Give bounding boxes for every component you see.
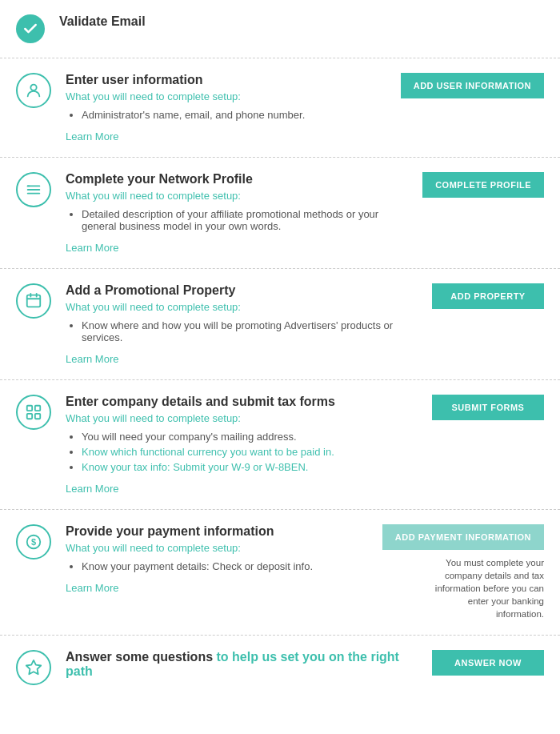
add-payment-information-button[interactable]: ADD PAYMENT INFORMATION	[382, 524, 544, 550]
tax-forms-icon-circle	[16, 395, 51, 430]
tax-forms-section: Enter company details and submit tax for…	[0, 380, 560, 510]
payment-disabled-note: You must complete your company details a…	[424, 556, 544, 620]
network-profile-subtitle: What you will need to complete setup:	[66, 190, 412, 202]
answer-questions-title: Answer some questions to help us set you…	[66, 650, 412, 679]
svg-rect-12	[35, 414, 40, 419]
user-information-action: ADD USER INFORMATION	[401, 73, 544, 98]
svg-rect-5	[27, 295, 41, 307]
user-information-subtitle: What you will need to complete setup:	[66, 90, 393, 102]
user-information-content: Enter user information What you will nee…	[66, 73, 393, 142]
svg-text:$: $	[31, 537, 36, 547]
complete-profile-button[interactable]: COMPLETE PROFILE	[422, 172, 544, 198]
network-profile-action: COMPLETE PROFILE	[420, 172, 544, 198]
answer-questions-action: ANSWER NOW	[420, 650, 544, 676]
network-profile-bullet-0: Detailed description of your affiliate p…	[82, 208, 412, 232]
svg-marker-15	[26, 660, 41, 674]
payment-information-subtitle: What you will need to complete setup:	[66, 542, 374, 554]
tax-forms-learn-more[interactable]: Learn More	[66, 483, 118, 495]
promotional-property-bullets: Know where and how you will be promoting…	[66, 319, 412, 343]
promotional-property-section: Add a Promotional Property What you will…	[0, 269, 560, 380]
validate-email-title: Validate Email	[59, 14, 146, 29]
network-profile-title: Complete your Network Profile	[66, 172, 412, 187]
tax-forms-bullet-1-link[interactable]: Know which functional currency you want …	[82, 446, 334, 458]
tax-forms-action: SUBMIT FORMS	[420, 395, 544, 420]
network-profile-learn-more[interactable]: Learn More	[66, 242, 118, 254]
payment-information-content: Provide your payment information What yo…	[66, 524, 374, 594]
promotional-property-icon-circle	[16, 283, 51, 319]
network-profile-content: Complete your Network Profile What you w…	[66, 172, 412, 254]
tax-forms-bullet-2-link[interactable]: Know your tax info: Submit your W-9 or W…	[82, 461, 308, 473]
add-property-button[interactable]: ADD PROPERTY	[432, 283, 544, 309]
promotional-property-bullet-0: Know where and how you will be promoting…	[82, 319, 412, 343]
tax-forms-title: Enter company details and submit tax for…	[66, 395, 412, 409]
answer-questions-link[interactable]: to help us set you on the right path	[66, 650, 399, 678]
answer-questions-content: Answer some questions to help us set you…	[66, 650, 412, 682]
answer-questions-icon-circle	[16, 650, 51, 685]
svg-rect-9	[27, 406, 32, 411]
checkmark-icon	[16, 14, 45, 43]
user-information-bullet-0: Administrator's name, email, and phone n…	[82, 109, 393, 121]
user-information-bullets: Administrator's name, email, and phone n…	[66, 109, 393, 121]
promotional-property-title: Add a Promotional Property	[66, 283, 412, 298]
promotional-property-subtitle: What you will need to complete setup:	[66, 301, 412, 313]
tax-forms-bullet-1: Know which functional currency you want …	[82, 446, 412, 458]
validate-email-section: Validate Email	[0, 0, 560, 58]
payment-information-bullet-0: Know your payment details: Check or depo…	[82, 560, 374, 572]
add-user-information-button[interactable]: ADD USER INFORMATION	[401, 73, 544, 98]
network-profile-bullets: Detailed description of your affiliate p…	[66, 208, 412, 232]
svg-point-0	[30, 85, 36, 90]
user-information-title: Enter user information	[66, 73, 393, 87]
svg-rect-11	[27, 414, 32, 419]
user-icon-circle	[16, 73, 51, 108]
tax-forms-content: Enter company details and submit tax for…	[66, 395, 412, 495]
network-profile-section: Complete your Network Profile What you w…	[0, 158, 560, 269]
tax-forms-bullet-2: Know your tax info: Submit your W-9 or W…	[82, 461, 412, 473]
payment-information-icon-circle: $	[16, 524, 51, 560]
tax-forms-bullet-0: You will need your company's mailing add…	[82, 431, 412, 443]
answer-questions-section: Answer some questions to help us set you…	[0, 636, 560, 700]
payment-information-title: Provide your payment information	[66, 524, 374, 539]
payment-information-action: ADD PAYMENT INFORMATION You must complet…	[382, 524, 544, 620]
submit-forms-button[interactable]: SUBMIT FORMS	[432, 395, 544, 420]
network-profile-icon-circle	[16, 172, 51, 207]
answer-now-button[interactable]: ANSWER NOW	[432, 650, 544, 676]
payment-information-bullets: Know your payment details: Check or depo…	[66, 560, 374, 572]
payment-information-learn-more[interactable]: Learn More	[66, 582, 118, 594]
tax-forms-bullets: You will need your company's mailing add…	[66, 431, 412, 473]
promotional-property-content: Add a Promotional Property What you will…	[66, 283, 412, 365]
tax-forms-subtitle: What you will need to complete setup:	[66, 412, 412, 424]
user-information-learn-more[interactable]: Learn More	[66, 130, 118, 142]
svg-rect-10	[35, 406, 40, 411]
payment-information-section: $ Provide your payment information What …	[0, 510, 560, 636]
promotional-property-action: ADD PROPERTY	[420, 283, 544, 309]
promotional-property-learn-more[interactable]: Learn More	[66, 353, 118, 365]
user-information-section: Enter user information What you will nee…	[0, 58, 560, 158]
